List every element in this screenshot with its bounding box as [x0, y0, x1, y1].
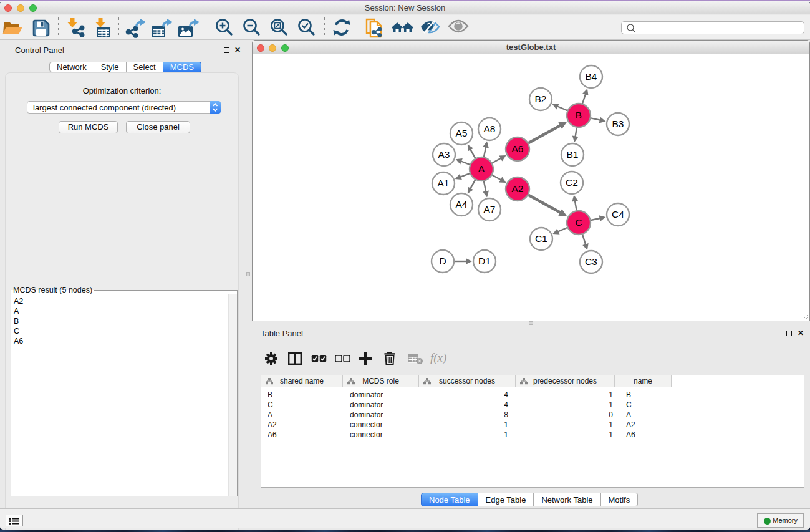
- svg-text:A6: A6: [512, 143, 524, 154]
- svg-text:C3: C3: [585, 256, 597, 267]
- svg-text:A8: A8: [484, 123, 496, 134]
- svg-text:C: C: [575, 217, 582, 228]
- svg-text:A2: A2: [512, 183, 524, 194]
- svg-text:B4: B4: [586, 71, 597, 82]
- svg-text:B3: B3: [612, 118, 624, 129]
- svg-text:A: A: [478, 163, 485, 174]
- svg-text:C1: C1: [535, 233, 547, 244]
- svg-text:C2: C2: [566, 177, 578, 188]
- svg-text:A7: A7: [484, 204, 496, 215]
- svg-text:B2: B2: [535, 94, 547, 104]
- svg-text:A3: A3: [438, 149, 450, 160]
- svg-text:D: D: [439, 256, 446, 266]
- svg-text:C4: C4: [612, 209, 624, 220]
- svg-text:A1: A1: [438, 178, 450, 188]
- svg-text:B1: B1: [567, 149, 579, 160]
- svg-text:A4: A4: [456, 199, 468, 210]
- svg-text:B: B: [576, 110, 582, 120]
- svg-text:D1: D1: [478, 256, 491, 266]
- svg-text:A5: A5: [456, 128, 468, 138]
